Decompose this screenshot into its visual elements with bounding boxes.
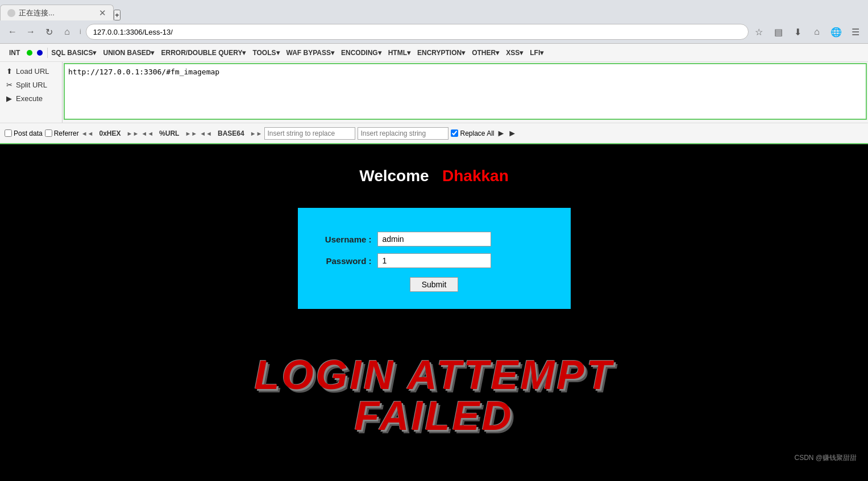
watermark-text: CSDN @赚钱聚甜甜	[794, 454, 857, 462]
referrer-checkbox[interactable]: Referrer	[45, 129, 79, 137]
hackbar-toolbar: Post data Referrer ◄◄ 0xHEX ►► ◄◄ %URL ►…	[0, 123, 868, 143]
menu-lfi[interactable]: LFI▾	[526, 48, 547, 58]
menu-error-double[interactable]: ERROR/DOUBLE QUERY▾	[157, 48, 249, 58]
menu-encoding[interactable]: ENCODING▾	[338, 48, 385, 58]
protocol-label: i	[77, 28, 84, 36]
home-icon2[interactable]: ⌂	[809, 24, 825, 40]
form-submit-row: Submit	[315, 277, 554, 292]
menu-html[interactable]: HTML▾	[385, 48, 414, 58]
hackbar-url-input-area: http://127.0.0.1:3306/#fm_imagemap	[63, 62, 868, 123]
green-dot-icon	[27, 50, 32, 56]
split-url-button[interactable]: ✂ Split URL	[0, 78, 62, 91]
back-button[interactable]: ←	[5, 24, 20, 40]
hackbar-url-input[interactable]: http://127.0.0.1:3306/#fm_imagemap	[64, 63, 867, 120]
referrer-label: Referrer	[54, 129, 79, 137]
referrer-check[interactable]	[45, 129, 52, 137]
int-dropdown[interactable]: INT	[6, 48, 23, 58]
tab-title: 正在连接...	[19, 8, 94, 18]
globe-icon[interactable]: 🌐	[828, 24, 844, 40]
browser-chrome: 正在连接... ✕ + ← → ↻ ⌂ i ☆ ▤ ⬇ ⌂ 🌐 ☰	[0, 0, 868, 44]
menu-icon[interactable]: ☰	[848, 24, 863, 40]
download-icon[interactable]: ⬇	[790, 24, 805, 40]
menu-encryption[interactable]: ENCRYPTION▾	[414, 48, 468, 58]
login-failed-line1: LOGIN ATTEMPT	[0, 354, 868, 395]
load-url-icon: ⬆	[5, 66, 14, 76]
hackbar-url-area: ⬆ Load URL ✂ Split URL ▶ Execute http://…	[0, 62, 868, 123]
login-failed-line2: FAILED	[0, 395, 868, 436]
password-label: Password :	[315, 256, 372, 266]
welcome-text: Welcome	[359, 167, 429, 185]
password-input[interactable]	[377, 253, 491, 268]
replace-all-checkbox[interactable]: Replace All	[451, 129, 494, 137]
dhakkan-text: Dhakkan	[442, 167, 509, 185]
hackbar: INT SQL BASICS▾ UNION BASED▾ ERROR/DOUBL…	[0, 44, 868, 144]
menu-tools[interactable]: TOOLS▾	[249, 48, 283, 58]
favicon	[7, 9, 15, 17]
insert-string-input[interactable]	[264, 127, 355, 140]
execute-button[interactable]: ▶ Execute	[0, 91, 62, 105]
replace-all-check[interactable]	[451, 129, 458, 137]
main-content: Welcome Dhakkan Username : Password : Su…	[0, 144, 868, 481]
oxhex-left-arrow[interactable]: ◄◄	[81, 130, 94, 137]
oxhex-right-arrow[interactable]: ►►	[127, 130, 139, 137]
browser-toolbar-icons: ☆ ▤ ⬇ ⌂ 🌐 ☰	[751, 24, 863, 40]
int-section: INT	[2, 48, 48, 58]
menu-union-based[interactable]: UNION BASED▾	[99, 48, 157, 58]
post-data-checkbox[interactable]: Post data	[5, 129, 43, 137]
load-url-button[interactable]: ⬆ Load URL	[0, 64, 62, 78]
menu-xss[interactable]: XSS▾	[502, 48, 526, 58]
hackbar-sidebar: ⬆ Load URL ✂ Split URL ▶ Execute	[0, 62, 63, 123]
blue-dot-icon	[37, 50, 43, 56]
load-url-label: Load URL	[16, 67, 49, 76]
home-button[interactable]: ⌂	[59, 24, 75, 40]
submit-button[interactable]: Submit	[410, 277, 459, 292]
menu-sql-basics[interactable]: SQL BASICS▾	[48, 48, 99, 58]
hackbar-menu: INT SQL BASICS▾ UNION BASED▾ ERROR/DOUBL…	[0, 44, 868, 62]
post-data-check[interactable]	[5, 129, 12, 137]
address-bar-row: ← → ↻ ⌂ i ☆ ▤ ⬇ ⌂ 🌐 ☰	[0, 20, 868, 43]
execute-icon: ▶	[5, 94, 14, 103]
execute-right-arrow2[interactable]: ►	[508, 128, 517, 139]
username-row: Username :	[315, 232, 554, 246]
menu-waf-bypass[interactable]: WAF BYPASS▾	[283, 48, 338, 58]
login-failed-section: LOGIN ATTEMPT FAILED	[0, 320, 868, 447]
forward-button[interactable]: →	[23, 24, 39, 40]
base64-left-arrow[interactable]: ◄◄	[200, 130, 212, 137]
base64-btn[interactable]: BASE64	[214, 128, 248, 139]
replace-all-label: Replace All	[460, 129, 494, 137]
execute-right-arrow[interactable]: ►	[497, 128, 506, 139]
welcome-section: Welcome Dhakkan	[0, 144, 868, 196]
bookmark-icon[interactable]: ☆	[751, 24, 767, 40]
tab-close-icon[interactable]: ✕	[99, 8, 106, 18]
execute-label: Execute	[16, 94, 43, 103]
password-row: Password :	[315, 253, 554, 268]
watermark: CSDN @赚钱聚甜甜	[0, 447, 868, 469]
username-input[interactable]	[377, 232, 491, 246]
oxhex-btn[interactable]: 0xHEX	[96, 128, 124, 139]
active-tab[interactable]: 正在连接... ✕	[0, 5, 114, 20]
pcturl-right-arrow[interactable]: ►►	[185, 130, 197, 137]
tab-bar: 正在连接... ✕ +	[0, 0, 868, 20]
login-form-container: Username : Password : Submit	[298, 208, 571, 309]
reader-icon[interactable]: ▤	[770, 24, 786, 40]
username-label: Username :	[315, 235, 372, 244]
address-input[interactable]	[86, 24, 749, 40]
new-tab-button[interactable]: +	[114, 10, 121, 20]
post-data-label: Post data	[14, 129, 43, 137]
insert-replacing-input[interactable]	[358, 127, 448, 140]
base64-right-arrow[interactable]: ►►	[250, 130, 263, 137]
refresh-button[interactable]: ↻	[41, 24, 57, 40]
pcturl-left-arrow[interactable]: ◄◄	[141, 130, 153, 137]
menu-other[interactable]: OTHER▾	[468, 48, 502, 58]
split-url-icon: ✂	[5, 80, 14, 89]
pcturl-btn[interactable]: %URL	[156, 128, 182, 139]
split-url-label: Split URL	[16, 81, 47, 89]
